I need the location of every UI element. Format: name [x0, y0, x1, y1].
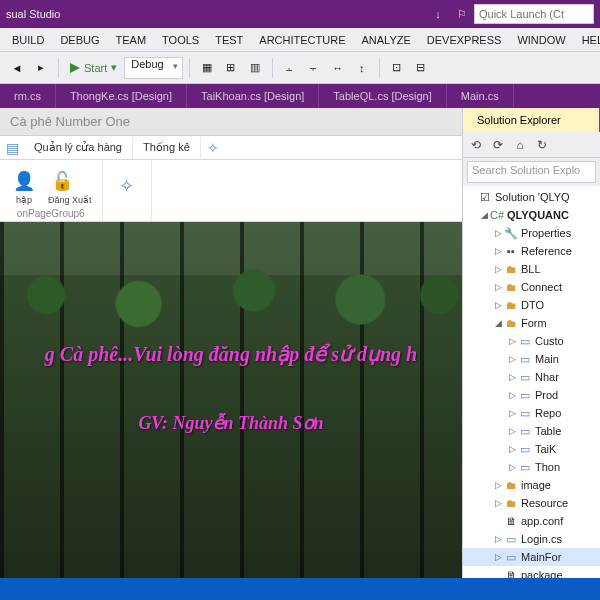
app-title: sual Studio — [6, 8, 426, 20]
doc-tab[interactable]: TaiKhoan.cs [Design] — [187, 84, 319, 108]
file-login[interactable]: ▷▭Login.cs — [463, 530, 600, 548]
se-back-icon[interactable]: ⟲ — [467, 136, 485, 154]
menu-team[interactable]: TEAM — [108, 30, 155, 50]
ribbon-app-icon[interactable]: ▤ — [0, 140, 24, 156]
add-item-icon[interactable]: ✧ — [113, 172, 141, 200]
solution-explorer: Solution Explorer ⟲ ⟳ ⌂ ↻ Search Solutio… — [462, 108, 600, 600]
folder-dto[interactable]: ▷🖿DTO — [463, 296, 600, 314]
solution-search-input[interactable]: Search Solution Explo — [467, 161, 596, 183]
document-tabs: rm.cs ThongKe.cs [Design] TaiKhoan.cs [D… — [0, 84, 600, 108]
se-sync-icon[interactable]: ↻ — [533, 136, 551, 154]
ribbon-tabs: ▤ Quản lý cửa hàng Thống kê ✧ — [0, 136, 462, 160]
form-file[interactable]: ▷▭Table — [463, 422, 600, 440]
separator — [272, 58, 273, 78]
form-background-image: g Cà phê...Vui lòng đăng nhập để sử dụng… — [0, 222, 462, 578]
toolbar-btn-3[interactable]: ▥ — [244, 57, 266, 79]
solution-tree: ☑Solution 'QLYQ ◢C#QLYQUANC ▷🔧Properties… — [463, 186, 600, 600]
ide-status-bar — [0, 578, 600, 600]
toolbar-btn-4[interactable]: ⫠ — [279, 57, 301, 79]
doc-tab[interactable]: TableQL.cs [Design] — [319, 84, 446, 108]
menu-architecture[interactable]: ARCHITECTURE — [251, 30, 353, 50]
main-toolbar: ◄ ▸ Start ▾ Debug ▦ ⊞ ▥ ⫠ ⫟ ↔ ↕ ⊡ ⊟ — [0, 52, 600, 84]
doc-tab[interactable]: ThongKe.cs [Design] — [56, 84, 187, 108]
folder-image[interactable]: ▷🖿image — [463, 476, 600, 494]
form-file[interactable]: ▷▭Prod — [463, 386, 600, 404]
play-icon — [70, 63, 80, 73]
logout-icon[interactable]: 🔓 — [48, 167, 76, 195]
toolbar-btn-9[interactable]: ⊟ — [410, 57, 432, 79]
form-designer: Cà phê Number One ▤ Quản lý cửa hàng Thố… — [0, 108, 462, 600]
folder-resource[interactable]: ▷🖿Resource — [463, 494, 600, 512]
menu-debug[interactable]: DEBUG — [52, 30, 107, 50]
toolbar-btn-8[interactable]: ⊡ — [386, 57, 408, 79]
logout-label: Đăng Xuất — [48, 195, 92, 205]
menu-help[interactable]: HELP — [574, 30, 600, 50]
ribbon-group-add: ✧ — [103, 160, 152, 221]
menu-devexpress[interactable]: DEVEXPRESS — [419, 30, 510, 50]
instructor-text: GV: Nguyễn Thành Sơn — [0, 412, 462, 434]
project-node[interactable]: ◢C#QLYQUANC — [463, 206, 600, 224]
separator — [58, 58, 59, 78]
ribbon-body: 👤 hập 🔓 Đăng Xuất onPageGroup6 ✧ — [0, 160, 462, 222]
form-title-bar: Cà phê Number One — [0, 108, 462, 136]
file-mainform[interactable]: ▷▭MainFor — [463, 548, 600, 566]
form-file[interactable]: ▷▭Main — [463, 350, 600, 368]
ribbon-tab[interactable]: Quản lý cửa hàng — [24, 137, 133, 158]
doc-tab[interactable]: rm.cs — [0, 84, 56, 108]
form-file[interactable]: ▷▭Repo — [463, 404, 600, 422]
config-dropdown[interactable]: Debug — [124, 57, 182, 79]
nav-back-button[interactable]: ◄ — [6, 57, 28, 79]
ribbon-tab[interactable]: Thống kê — [133, 137, 201, 158]
start-label: Start — [84, 62, 107, 74]
form-file[interactable]: ▷▭TaiK — [463, 440, 600, 458]
form-file[interactable]: ▷▭Custo — [463, 332, 600, 350]
toolbar-btn-7[interactable]: ↕ — [351, 57, 373, 79]
start-debug-button[interactable]: Start ▾ — [65, 57, 122, 79]
solution-node[interactable]: ☑Solution 'QLYQ — [463, 188, 600, 206]
doc-tab[interactable]: Main.cs — [447, 84, 514, 108]
solution-explorer-tab[interactable]: Solution Explorer — [463, 108, 600, 132]
plants-decor — [0, 250, 462, 340]
config-label: Debug — [131, 58, 163, 70]
se-fwd-icon[interactable]: ⟳ — [489, 136, 507, 154]
form-title: Cà phê Number One — [10, 114, 130, 129]
ribbon-group-caption: onPageGroup6 — [17, 208, 85, 219]
properties-node[interactable]: ▷🔧Properties — [463, 224, 600, 242]
add-tab-icon[interactable]: ✧ — [201, 140, 225, 156]
login-icon[interactable]: 👤 — [10, 167, 38, 195]
menu-analyze[interactable]: ANALYZE — [353, 30, 418, 50]
menu-test[interactable]: TEST — [207, 30, 251, 50]
menu-window[interactable]: WINDOW — [509, 30, 573, 50]
toolbar-btn-5[interactable]: ⫟ — [303, 57, 325, 79]
title-bar: sual Studio ↓ ⚐ — [0, 0, 600, 28]
folder-form[interactable]: ◢🖿Form — [463, 314, 600, 332]
se-home-icon[interactable]: ⌂ — [511, 136, 529, 154]
menu-tools[interactable]: TOOLS — [154, 30, 207, 50]
toolbar-btn-2[interactable]: ⊞ — [220, 57, 242, 79]
arrow-down-icon[interactable]: ↓ — [430, 6, 446, 22]
nav-fwd-button[interactable]: ▸ — [30, 57, 52, 79]
ribbon-group-login: 👤 hập 🔓 Đăng Xuất onPageGroup6 — [0, 160, 103, 221]
welcome-text: g Cà phê...Vui lòng đăng nhập để sử dụng… — [0, 342, 462, 366]
file-appconfig[interactable]: 🗎app.conf — [463, 512, 600, 530]
references-node[interactable]: ▷▪▪Reference — [463, 242, 600, 260]
toolbar-btn-1[interactable]: ▦ — [196, 57, 218, 79]
toolbar-btn-6[interactable]: ↔ — [327, 57, 349, 79]
quick-launch-input[interactable] — [474, 4, 594, 24]
login-label: hập — [10, 195, 38, 205]
form-file[interactable]: ▷▭Thon — [463, 458, 600, 476]
separator — [189, 58, 190, 78]
folder-bll[interactable]: ▷🖿BLL — [463, 260, 600, 278]
folder-connect[interactable]: ▷🖿Connect — [463, 278, 600, 296]
flag-icon[interactable]: ⚐ — [454, 6, 470, 22]
menu-bar: BUILD DEBUG TEAM TOOLS TEST ARCHITECTURE… — [0, 28, 600, 52]
menu-build[interactable]: BUILD — [4, 30, 52, 50]
svg-marker-0 — [70, 63, 80, 73]
form-file[interactable]: ▷▭Nhar — [463, 368, 600, 386]
separator — [379, 58, 380, 78]
solution-explorer-toolbar: ⟲ ⟳ ⌂ ↻ — [463, 132, 600, 158]
